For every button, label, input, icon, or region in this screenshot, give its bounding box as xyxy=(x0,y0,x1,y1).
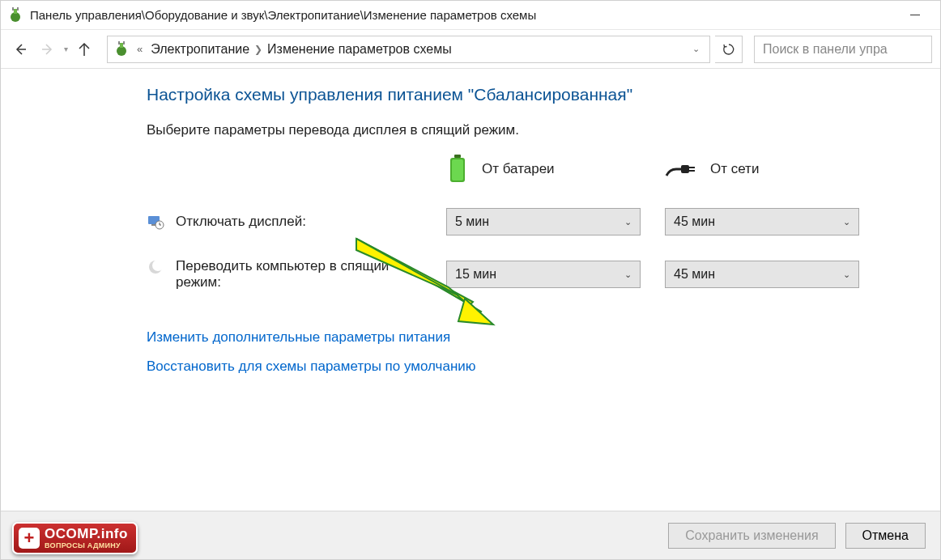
power-plan-app-icon xyxy=(7,7,23,23)
refresh-button[interactable] xyxy=(715,36,743,63)
chevron-down-icon: ⌄ xyxy=(843,217,850,227)
svg-rect-7 xyxy=(123,41,125,45)
search-placeholder: Поиск в панели упра xyxy=(763,42,888,57)
svg-rect-3 xyxy=(17,7,19,11)
content-area: Настройка схемы управления питанием "Сба… xyxy=(1,69,940,375)
row-sleep-label: Переводить компьютер в спящий режим: xyxy=(176,258,427,291)
watermark-plus-icon: + xyxy=(19,528,40,549)
watermark-sub: ВОПРОСЫ АДМИНУ xyxy=(45,542,128,549)
minimize-button[interactable] xyxy=(896,3,934,28)
svg-rect-12 xyxy=(689,167,695,168)
svg-rect-10 xyxy=(452,159,463,180)
breadcrumb-power[interactable]: Электропитание xyxy=(146,42,254,57)
breadcrumb-edit-plan[interactable]: Изменение параметров схемы xyxy=(262,42,457,57)
svg-rect-13 xyxy=(689,170,695,172)
page-title: Настройка схемы управления питанием "Сба… xyxy=(147,85,940,104)
watermark-badge: + OCOMP.info ВОПРОСЫ АДМИНУ xyxy=(12,522,138,554)
breadcrumb-separator-icon: ❯ xyxy=(254,44,262,55)
watermark-main: OCOMP.info xyxy=(45,527,128,541)
link-restore-defaults[interactable]: Восстановить для схемы параметры по умол… xyxy=(147,358,940,375)
monitor-clock-icon xyxy=(147,213,164,231)
column-header-battery-label: От батареи xyxy=(482,161,555,177)
window-titlebar: Панель управления\Оборудование и звук\Эл… xyxy=(1,1,940,30)
cancel-button[interactable]: Отмена xyxy=(845,523,926,549)
row-sleep: Переводить компьютер в спящий режим: xyxy=(147,258,446,291)
display-off-battery-value: 5 мин xyxy=(455,214,489,229)
window-title: Панель управления\Оборудование и звук\Эл… xyxy=(30,8,896,22)
svg-rect-8 xyxy=(454,155,461,158)
sleep-plugged-value: 45 мин xyxy=(674,267,715,282)
address-bar[interactable]: « Электропитание ❯ Изменение параметров … xyxy=(107,36,710,63)
page-subheading: Выберите параметры перевода дисплея в сп… xyxy=(147,122,940,138)
svg-rect-6 xyxy=(118,41,120,45)
svg-marker-22 xyxy=(458,299,493,325)
display-off-plugged-dropdown[interactable]: 45 мин ⌄ xyxy=(665,208,859,235)
row-display-off: Отключать дисплей: xyxy=(147,213,446,231)
svg-rect-11 xyxy=(681,165,689,173)
sleep-plugged-dropdown[interactable]: 45 мин ⌄ xyxy=(665,261,859,288)
up-button[interactable] xyxy=(73,38,96,61)
svg-rect-1 xyxy=(14,9,17,14)
sleep-battery-value: 15 мин xyxy=(455,267,496,282)
links-section: Изменить дополнительные параметры питани… xyxy=(147,329,940,375)
forward-button[interactable] xyxy=(36,38,59,61)
history-dropdown-icon[interactable]: ▾ xyxy=(64,45,68,53)
footer-bar: Сохранить изменения Отмена xyxy=(1,511,940,559)
battery-icon xyxy=(446,153,469,185)
column-header-plugged-label: От сети xyxy=(710,161,759,177)
save-button[interactable]: Сохранить изменения xyxy=(668,523,835,549)
svg-rect-5 xyxy=(120,43,123,48)
svg-rect-2 xyxy=(12,7,14,11)
search-input[interactable]: Поиск в панели упра xyxy=(754,36,932,63)
display-off-plugged-value: 45 мин xyxy=(674,214,715,229)
chevron-down-icon: ⌄ xyxy=(624,217,632,227)
breadcrumb-overflow-icon[interactable]: « xyxy=(134,43,146,55)
address-dropdown-icon[interactable]: ⌄ xyxy=(688,44,705,54)
column-header-plugged: От сети xyxy=(665,158,859,180)
column-header-battery: От батареи xyxy=(446,153,641,185)
moon-icon xyxy=(147,258,164,276)
power-plan-icon xyxy=(113,40,130,58)
sleep-battery-dropdown[interactable]: 15 мин ⌄ xyxy=(446,261,641,288)
chevron-down-icon: ⌄ xyxy=(843,269,850,280)
plug-icon xyxy=(665,158,697,180)
chevron-down-icon: ⌄ xyxy=(624,269,632,280)
back-button[interactable] xyxy=(9,38,32,61)
link-advanced-power[interactable]: Изменить дополнительные параметры питани… xyxy=(147,329,940,346)
settings-grid: От батареи От сети Отключать дисплей: 5 … xyxy=(147,153,940,291)
navigation-toolbar: ▾ « Электропитание ❯ Изменение параметро… xyxy=(1,30,940,69)
svg-point-18 xyxy=(152,260,164,271)
row-display-off-label: Отключать дисплей: xyxy=(176,214,306,230)
display-off-battery-dropdown[interactable]: 5 мин ⌄ xyxy=(446,208,641,235)
